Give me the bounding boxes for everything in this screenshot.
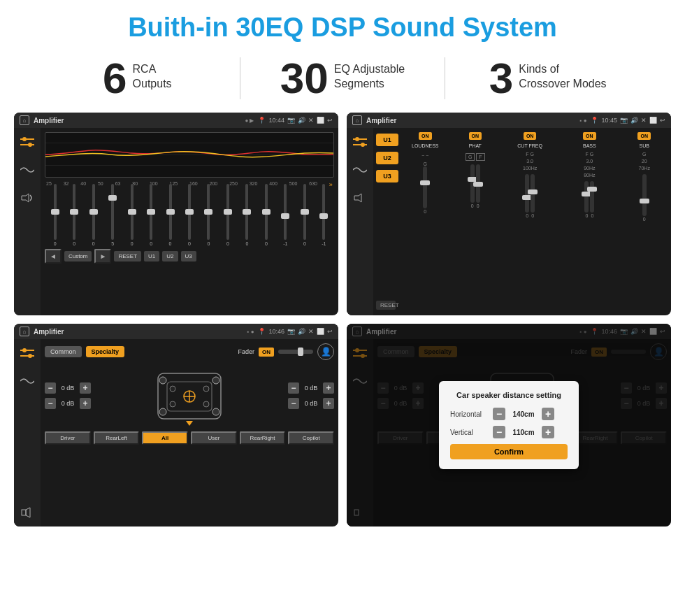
sidebar-wave-icon[interactable]	[19, 162, 36, 178]
preset-u3[interactable]: U3	[376, 170, 398, 182]
channel-cutfreq: ON CUT FREQ FG 3.0 100Hz 0	[501, 132, 558, 311]
screen-amp2: ⌂ Amplifier ▪ ● 📍 10:45 📷 🔊 ✕ ⬜ ↩	[347, 113, 671, 315]
vol-left-2-minus[interactable]: −	[45, 398, 56, 409]
svg-marker-32	[186, 421, 193, 426]
eq-slider-13[interactable]: -1	[277, 184, 294, 246]
specialty-btn[interactable]: Specialty	[86, 346, 125, 357]
eq-slider-1[interactable]: 0	[46, 184, 64, 246]
sidebar-eq-icon[interactable]	[19, 134, 36, 150]
bass-on-btn[interactable]: ON	[583, 132, 596, 140]
play-icons-1: ● ▶	[245, 117, 254, 124]
eq-slider-15[interactable]: -1	[315, 184, 333, 246]
svg-marker-4	[22, 194, 29, 202]
screen-layout-3: Common Specialty Fader ON 👤 −	[14, 339, 338, 527]
sidebar-vol-icon[interactable]	[19, 189, 36, 206]
confirm-button[interactable]: Confirm	[450, 444, 568, 459]
vol-right-1-minus[interactable]: −	[288, 382, 299, 394]
profile-icon[interactable]: 👤	[317, 343, 334, 360]
vol-left-2-plus[interactable]: +	[80, 398, 91, 409]
eq-slider-8[interactable]: 0	[180, 184, 198, 246]
horizontal-minus-btn[interactable]: −	[493, 408, 505, 420]
speaker-diagram	[96, 364, 282, 427]
eq-slider-4[interactable]: 5	[103, 184, 121, 246]
svg-point-28	[170, 386, 175, 392]
fader-on-btn[interactable]: ON	[259, 348, 274, 357]
eq-slider-5[interactable]: 0	[123, 184, 140, 246]
rear-right-btn[interactable]: RearRight	[240, 431, 286, 445]
vol-right-2-plus[interactable]: +	[323, 398, 334, 409]
svg-rect-17	[22, 510, 26, 515]
screen-dialog: ⌂ Amplifier ▪ ● 📍 10:46 📷 🔊 ✕ ⬜ ↩	[347, 324, 671, 527]
cutfreq-on-btn[interactable]: ON	[524, 132, 537, 140]
loudness-on-btn[interactable]: ON	[419, 132, 432, 140]
rear-left-btn[interactable]: RearLeft	[94, 431, 140, 445]
eq-slider-11[interactable]: 0	[238, 184, 256, 246]
sidebar-wave-icon-2[interactable]	[352, 162, 368, 178]
svg-point-30	[170, 401, 175, 407]
vol-left-1-minus[interactable]: −	[45, 382, 56, 394]
user-btn[interactable]: User	[191, 431, 237, 445]
svg-point-1	[22, 137, 27, 141]
screens-grid: ⌂ Amplifier ● ▶ 📍 10:44 📷 🔊 ✕ ⬜ ↩	[0, 110, 685, 533]
channel-sub: ON SUB G 20 70Hz 0	[620, 132, 668, 311]
stat-number-6: 6	[103, 57, 127, 100]
eq-custom-btn[interactable]: Custom	[64, 251, 92, 262]
eq-prev-btn[interactable]: ◄	[45, 249, 62, 264]
cutfreq-label: CUT FREQ	[517, 143, 542, 148]
eq-slider-10[interactable]: 0	[219, 184, 236, 246]
eq-slider-6[interactable]: 0	[142, 184, 159, 246]
eq-u3-btn[interactable]: U3	[181, 251, 196, 262]
preset-u1[interactable]: U1	[376, 134, 398, 146]
channel-strips: ON LOUDNESS ~~ G 0 O	[398, 128, 671, 315]
eq-u1-btn[interactable]: U1	[144, 251, 159, 262]
svg-point-24	[159, 377, 166, 384]
reset-btn-2[interactable]: RESET	[376, 301, 396, 310]
vertical-minus-btn[interactable]: −	[493, 426, 505, 438]
stat-divider-1	[240, 57, 240, 99]
horizontal-plus-btn[interactable]: +	[542, 408, 554, 420]
status-bar-3: ⌂ Amplifier ▪ ● 📍 10:46 📷 🔊 ✕ ⬜ ↩	[14, 324, 338, 339]
eq-slider-3[interactable]: 0	[85, 184, 102, 246]
eq-slider-7[interactable]: 0	[161, 184, 179, 246]
all-btn[interactable]: All	[142, 431, 188, 445]
sidebar-speaker-icon[interactable]	[19, 504, 36, 521]
eq-next-btn[interactable]: ►	[94, 249, 111, 264]
copilot-btn[interactable]: Copilot	[288, 431, 334, 445]
eq-slider-14[interactable]: 0	[296, 184, 313, 246]
left-sidebar-1	[14, 128, 41, 315]
home-icon-2[interactable]: ⌂	[352, 115, 362, 125]
svg-point-27	[212, 408, 219, 415]
dialog-vertical-row: Vertical − 110cm +	[450, 426, 568, 438]
svg-point-25	[212, 377, 219, 384]
crossover-content: Common Specialty Fader ON 👤 −	[41, 339, 338, 527]
common-btn[interactable]: Common	[45, 346, 82, 357]
vol-right-1-plus[interactable]: +	[323, 382, 334, 394]
sub-on-btn[interactable]: ON	[637, 132, 651, 140]
sidebar-vol-icon-2[interactable]	[352, 189, 368, 206]
sidebar-eq-icon-2[interactable]	[352, 134, 368, 150]
screen-layout-1: 2532405063 80100125160200 25032040050063…	[14, 128, 338, 315]
left-sidebar-3	[14, 339, 41, 527]
eq-slider-2[interactable]: 0	[65, 184, 82, 246]
svg-point-3	[28, 143, 32, 147]
home-icon-1[interactable]: ⌂	[20, 115, 29, 125]
eq-reset-btn[interactable]: RESET	[114, 251, 141, 262]
eq-slider-9[interactable]: 0	[200, 184, 217, 246]
channel-loudness: ON LOUDNESS ~~ G 0	[401, 132, 449, 311]
sidebar-wave-icon-3[interactable]	[19, 373, 36, 389]
eq-slider-12[interactable]: 0	[257, 184, 275, 246]
eq-u2-btn[interactable]: U2	[162, 251, 178, 262]
vol-left-1-plus[interactable]: +	[80, 382, 91, 394]
stat-label-crossover: Kinds ofCrossover Modes	[519, 57, 606, 92]
sidebar-eq-icon-3[interactable]	[19, 345, 36, 361]
driver-btn[interactable]: Driver	[45, 431, 91, 445]
vol-right-2-minus[interactable]: −	[288, 398, 299, 409]
vertical-plus-btn[interactable]: +	[542, 426, 554, 438]
preset-u2[interactable]: U2	[376, 152, 398, 164]
stat-divider-2	[445, 57, 445, 99]
stat-label-eq: EQ AdjustableSegments	[334, 57, 405, 92]
phat-on-btn[interactable]: ON	[469, 132, 482, 140]
vertical-value: 110cm	[510, 429, 538, 436]
eq-graph	[45, 132, 334, 178]
home-icon-3[interactable]: ⌂	[20, 327, 29, 336]
